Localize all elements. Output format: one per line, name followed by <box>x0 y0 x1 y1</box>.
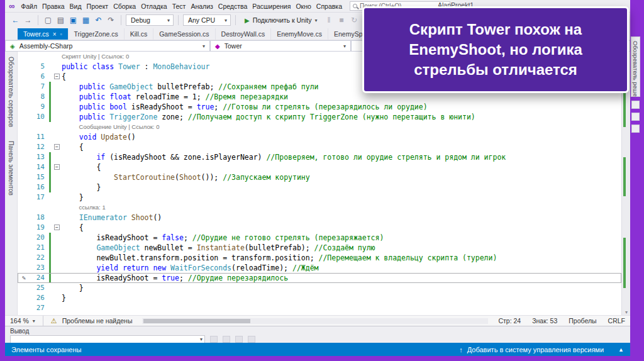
redo-icon[interactable]: ↷ <box>106 16 116 25</box>
search-icon <box>353 4 357 8</box>
code-line-17[interactable]: 17 } <box>18 192 621 203</box>
code-line-23[interactable]: 23 yield return new WaitForSeconds(reloa… <box>18 263 621 273</box>
menu-item-analyze[interactable]: Анализ <box>188 1 215 11</box>
separator <box>43 316 43 326</box>
restart-icon[interactable]: ↻ <box>348 16 359 25</box>
code-line-24[interactable]: ✎24 isReadyShoot = true; //Орудие переза… <box>18 273 621 283</box>
menu-item-build[interactable]: Сборка <box>111 1 138 11</box>
navigate-forward-icon[interactable]: → <box>23 16 33 25</box>
code-line-18[interactable]: 18 IEnumerator Shoot() <box>18 213 621 223</box>
code-line-20[interactable]: 20 isReadyShoot = false; //Орудие не гот… <box>18 233 621 243</box>
tab-kill-cs[interactable]: Kill.cs <box>125 28 153 40</box>
code-line-14[interactable]: 14− { <box>18 162 621 172</box>
code-line-8[interactable]: 8 public float reloadTime = 1; //Время п… <box>18 92 621 102</box>
line-number: 25 <box>30 283 49 293</box>
code-line-22[interactable]: 22 newBullet.transform.position = transf… <box>18 253 621 263</box>
menu-item-window[interactable]: Окно <box>293 1 313 11</box>
collapsed-panel-icon[interactable] <box>631 101 640 109</box>
code-line-9[interactable]: 9 public bool isReadyShoot = true; //Гот… <box>18 102 621 112</box>
code-line-10[interactable]: 10 public TriggerZone zone; //Получаем д… <box>18 112 621 122</box>
code-line-25[interactable]: 25 } <box>18 283 621 293</box>
collapse-icon[interactable]: − <box>54 144 60 150</box>
navigate-backward-icon[interactable]: ← <box>10 16 21 25</box>
tab-destroywall-cs[interactable]: DestroyWall.cs <box>216 28 272 40</box>
type-dropdown[interactable]: ◆ Tower ▾ <box>210 40 351 52</box>
menu-item-view[interactable]: Вид <box>67 1 84 11</box>
tab-tower-cs[interactable]: Tower.cs×▫ <box>18 28 69 40</box>
platform-dropdown[interactable]: Any CPU▾ <box>183 14 231 26</box>
code-line-21[interactable]: 21 GameObject newBullet = Instantiate(bu… <box>18 243 621 253</box>
pin-icon[interactable]: ▫ <box>60 31 62 37</box>
fold-margin <box>53 293 62 303</box>
output-toolbar-icon[interactable] <box>248 336 255 343</box>
problems-indicator[interactable]: Проблемы не найдены <box>62 317 133 325</box>
open-file-icon[interactable]: ▤ <box>55 16 66 25</box>
tab-gamesession-cs[interactable]: GameSession.cs <box>153 28 215 40</box>
new-file-icon[interactable]: ▢ <box>43 16 53 25</box>
tab-enemymove-cs[interactable]: EnemyMove.cs <box>271 28 328 40</box>
collapse-icon[interactable]: − <box>54 225 60 230</box>
glyph-margin <box>18 233 30 243</box>
glyph-margin <box>18 283 30 293</box>
glyph-margin <box>18 102 30 112</box>
line-ending-indicator: CRLF <box>608 317 625 325</box>
editor-horizontal-scrollbar[interactable] <box>142 318 488 324</box>
line-number <box>30 122 49 132</box>
spaces-indicator: Пробелы <box>569 317 596 325</box>
toolbar-separator <box>178 15 179 25</box>
menu-item-test[interactable]: Тест <box>170 1 189 11</box>
collapse-icon[interactable]: − <box>54 74 60 79</box>
output-toolbar-icon[interactable] <box>235 336 243 343</box>
code-line-26[interactable]: 26} <box>18 293 621 303</box>
glyph-margin <box>18 162 30 172</box>
output-panel-title[interactable]: Вывод <box>10 328 625 335</box>
pause-icon[interactable]: ‖ <box>323 16 334 25</box>
menu-item-help[interactable]: Справка <box>314 1 345 11</box>
scrollbar-change-mark <box>623 88 626 127</box>
code-line-27[interactable]: 27 <box>18 303 621 313</box>
status-bar: Элементы сохранены ↑ Добавить в систему … <box>5 343 630 356</box>
undo-icon[interactable]: ↶ <box>93 16 104 25</box>
menu-item-project[interactable]: Проект <box>84 1 111 11</box>
code-text: newBullet.transform.position = transform… <box>62 253 621 263</box>
solution-explorer-label: Обозреватель решений <box>632 41 639 97</box>
attach-to-unity-button[interactable]: ▶Подключить к Unity▾ <box>240 14 321 26</box>
code-line-11[interactable]: 11 void Update() <box>18 132 621 142</box>
menu-item-tools[interactable]: Средства <box>216 1 250 11</box>
code-line-15[interactable]: 15 StartCoroutine(Shoot()); //Запускаем … <box>18 172 621 182</box>
output-toolbar-icon[interactable] <box>223 336 230 343</box>
chevron-up-icon[interactable]: ▲ <box>618 347 624 353</box>
toolbox-tab[interactable]: Панель элементов <box>8 141 14 196</box>
glyph-margin <box>18 152 30 162</box>
scrollbar-thumb[interactable] <box>143 319 250 323</box>
menu-item-debug[interactable]: Отладка <box>138 1 170 11</box>
menu-item-edit[interactable]: Правка <box>40 1 67 11</box>
collapse-icon[interactable]: − <box>54 164 60 170</box>
menu-item-file[interactable]: Файл <box>18 1 40 11</box>
menu-item-extensions[interactable]: Расширения <box>250 1 293 11</box>
output-toolbar-icon[interactable] <box>210 336 218 343</box>
code-line-13[interactable]: 13 if (isReadyShoot && zone.isPlayerNear… <box>18 152 621 162</box>
configuration-dropdown[interactable]: Debug▾ <box>126 14 174 26</box>
save-icon[interactable]: ▣ <box>68 16 79 25</box>
line-number: 11 <box>30 132 49 142</box>
stop-icon[interactable]: ■ <box>336 16 347 25</box>
scroll-down-icon[interactable]: ▾ <box>622 309 631 315</box>
tab-triggerzone-cs[interactable]: TriggerZone.cs <box>69 28 125 40</box>
zoom-control[interactable]: 164 % ▾ <box>10 317 35 325</box>
add-to-source-control-button[interactable]: Добавить в систему управления версиями <box>467 346 604 353</box>
solution-explorer-tab[interactable]: Обозреватель решений <box>631 36 640 97</box>
fold-margin: − <box>53 72 62 82</box>
collapsed-panel-icon[interactable] <box>631 113 640 121</box>
server-explorer-tab[interactable]: Обозреватель серверов <box>8 57 14 127</box>
close-icon[interactable]: × <box>53 31 57 38</box>
code-line-12[interactable]: 12− { <box>18 142 621 152</box>
code-line-16[interactable]: 16 } <box>18 182 621 192</box>
codelens-row[interactable]: Сообщение Unity | Ссылок: 0 <box>18 122 621 132</box>
line-number: 6 <box>30 72 49 82</box>
code-line-19[interactable]: 19− { <box>18 223 621 233</box>
codelens-row[interactable]: ссылка: 1 <box>18 203 621 213</box>
project-dropdown[interactable]: ◈ Assembly-CSharp ▾ <box>5 40 210 52</box>
save-all-icon[interactable]: ▦ <box>80 16 91 25</box>
collapsed-panel-icon[interactable] <box>631 125 640 133</box>
